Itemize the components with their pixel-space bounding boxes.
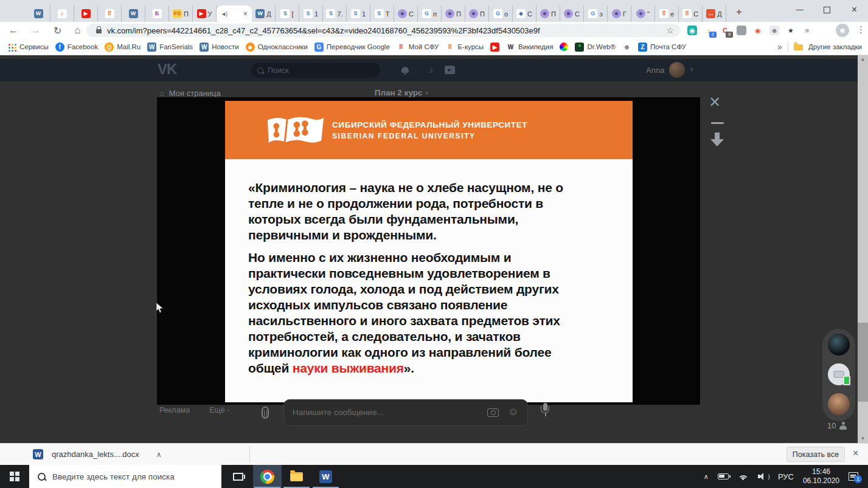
scrollbar-thumb[interactable]	[858, 323, 868, 402]
bookmark-globe[interactable]: ⊕	[622, 43, 631, 52]
reload-button[interactable]: ↻	[54, 25, 61, 36]
volume-icon[interactable]	[758, 472, 769, 481]
bookmark-drweb[interactable]: *Dr.Web®	[575, 43, 616, 52]
browser-tab[interactable]: ▶	[74, 5, 98, 22]
bookmark-google-translate[interactable]: GПереводчик Google	[314, 43, 390, 52]
browser-tab[interactable]: WД	[252, 5, 276, 22]
home-button[interactable]: ⌂	[74, 25, 80, 36]
new-tab-button[interactable]: +	[731, 4, 747, 20]
ext-shield-icon[interactable]	[735, 24, 748, 36]
taskbar-chrome-button[interactable]	[253, 465, 282, 488]
window-maximize-button[interactable]	[813, 0, 841, 19]
browser-tab[interactable]: S1	[299, 5, 323, 22]
microphone-icon[interactable]	[539, 403, 551, 421]
more-link[interactable]: Ещё˅	[209, 406, 230, 414]
browser-tab[interactable]: ♪	[50, 5, 74, 22]
language-indicator[interactable]: РУС	[778, 472, 794, 481]
browser-tab[interactable]: Gо	[489, 5, 513, 22]
tab-close-icon[interactable]: ×	[243, 9, 248, 18]
clock[interactable]: 15:46 06.10.2020	[803, 467, 839, 486]
browser-tab[interactable]: …Д	[703, 5, 726, 22]
window-close-button[interactable]: ×	[841, 0, 868, 19]
browser-tab[interactable]: S7.	[323, 5, 347, 22]
browser-tab-active[interactable]: ◄)×	[217, 5, 252, 22]
back-button[interactable]: ←	[9, 25, 18, 36]
bookmark-odnoklassniki[interactable]: ☻Одноклассники	[246, 43, 308, 52]
sidebar-item-my-page[interactable]: ⌂ Моя страница	[159, 89, 221, 98]
scroll-down-arrow[interactable]: ▼	[858, 435, 868, 443]
bookmark-e-kursy[interactable]: ⠿Е-курсы	[445, 43, 484, 52]
browser-tab[interactable]: ☻П	[442, 5, 465, 22]
browser-tab[interactable]: ⠿	[98, 5, 122, 22]
browser-tab[interactable]: ⠿е	[655, 5, 679, 22]
camera-icon[interactable]	[487, 408, 499, 417]
start-button[interactable]	[0, 465, 29, 488]
viewer-download-icon[interactable]	[710, 132, 724, 148]
taskbar-word-button[interactable]: W	[311, 465, 340, 488]
participants-count[interactable]: 10	[827, 421, 847, 430]
vk-search-input[interactable]: Поиск	[251, 63, 380, 78]
ext-list-icon[interactable]: ≡	[801, 24, 813, 36]
bookmark-mailru[interactable]: @Mail.Ru	[105, 43, 141, 52]
viewer-minimize-button[interactable]	[711, 122, 724, 124]
attach-paperclip-icon[interactable]	[262, 407, 269, 419]
browser-tab[interactable]: W	[27, 5, 50, 22]
notifications-bell-icon[interactable]	[401, 67, 409, 73]
participant-avatar-dark[interactable]	[828, 334, 850, 356]
address-bar[interactable]: vk.com/im?peers=442214661_c28_c47_c2_457…	[86, 24, 680, 37]
ext-pin-icon[interactable]: ★	[785, 24, 797, 36]
bookmark-youtube[interactable]: ▶	[490, 43, 499, 52]
vk-logo[interactable]: VK	[158, 61, 176, 78]
ext-lamp-icon[interactable]: ◉	[686, 24, 698, 36]
chevron-down-icon[interactable]: ˅	[690, 66, 693, 73]
browser-tab[interactable]: ⠿С	[679, 5, 703, 22]
browser-tab[interactable]: ◆С	[513, 5, 536, 22]
bookmark-moy-sfu[interactable]: ⠿Мой СФУ	[397, 43, 439, 52]
browser-tab[interactable]: W	[122, 5, 145, 22]
smiley-icon[interactable]: ☺	[508, 406, 518, 418]
browser-tab[interactable]: ☻Г	[608, 5, 631, 22]
browser-tab[interactable]: Gп	[418, 5, 442, 22]
forward-button[interactable]: →	[31, 25, 41, 36]
bookmark-star-icon[interactable]: ☆	[666, 26, 674, 35]
downloads-bar-close-button[interactable]: ×	[853, 448, 858, 459]
participant-avatar-warm[interactable]	[828, 393, 850, 415]
ads-link[interactable]: Реклама	[159, 406, 190, 414]
participant-avatar-camera[interactable]	[828, 363, 850, 385]
browser-tab[interactable]: SТ	[370, 5, 394, 22]
music-icon[interactable]: ♪	[429, 64, 434, 75]
chevron-up-icon[interactable]: ∧	[156, 450, 162, 459]
browser-menu-button[interactable]: ⋮	[856, 24, 866, 35]
viewer-close-button[interactable]: ×	[709, 93, 720, 111]
browser-tab[interactable]: ☻П	[536, 5, 560, 22]
bookmark-news[interactable]: WНовости	[200, 43, 239, 52]
vk-user-name[interactable]: Anna	[646, 66, 664, 75]
bookmark-facebook[interactable]: fFacebook	[55, 43, 99, 52]
bookmark-color-wheel[interactable]	[560, 43, 568, 51]
browser-tab[interactable]: S[	[276, 5, 299, 22]
window-minimize-button[interactable]: —	[786, 0, 813, 19]
bookmark-fanserials[interactable]: WFanSerials	[147, 43, 193, 52]
ext-orange-icon[interactable]: ◉	[752, 24, 764, 36]
browser-tab[interactable]: ▶У	[193, 5, 217, 22]
hidden-icons-chevron[interactable]: ∧	[704, 473, 709, 481]
browser-tab[interactable]: ☻"	[631, 5, 655, 22]
taskbar-explorer-button[interactable]	[282, 465, 311, 488]
browser-tab[interactable]: FSП	[169, 5, 193, 22]
task-view-button[interactable]	[224, 465, 252, 488]
vk-user-avatar[interactable]	[669, 62, 685, 78]
wifi-icon[interactable]	[738, 473, 749, 481]
page-scrollbar[interactable]: ▲ ▼	[858, 55, 868, 443]
bookmark-pochta-sfu[interactable]: ZПочта СФУ	[638, 43, 686, 52]
browser-tab[interactable]: Б	[145, 5, 169, 22]
ext-counter-icon[interactable]: C9	[719, 24, 731, 36]
taskbar-search-input[interactable]: Введите здесь текст для поиска	[29, 465, 221, 488]
url-text[interactable]: vk.com/im?peers=442214661_c28_c47_c2_457…	[107, 26, 661, 35]
bookmark-wikipedia[interactable]: WВикипедия	[506, 43, 553, 52]
bookmark-services[interactable]: Сервисы	[7, 43, 49, 50]
browser-profile-avatar[interactable]: ☻	[836, 24, 849, 37]
browser-tab[interactable]: ☻П	[465, 5, 489, 22]
browser-tab[interactable]: ☻С	[560, 5, 584, 22]
scroll-up-arrow[interactable]: ▲	[858, 55, 868, 64]
browser-tab[interactable]: Gэ	[584, 5, 608, 22]
